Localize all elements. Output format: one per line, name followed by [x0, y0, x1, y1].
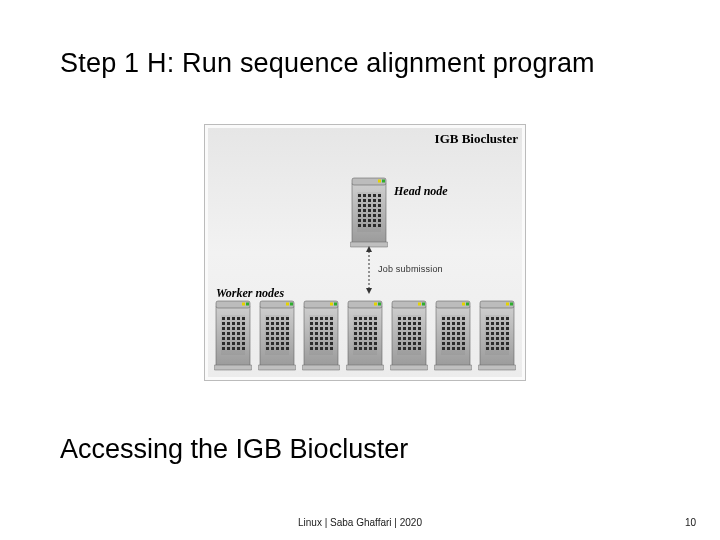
svg-rect-174 [364, 317, 367, 320]
svg-rect-152 [315, 337, 318, 340]
svg-rect-218 [398, 322, 401, 325]
svg-rect-263 [462, 322, 465, 325]
svg-rect-103 [281, 327, 284, 330]
head-node-server-icon [350, 172, 388, 248]
svg-rect-196 [374, 337, 377, 340]
svg-rect-210 [418, 303, 421, 306]
cluster-title-label: IGB Biocluster [435, 131, 518, 147]
svg-rect-120 [266, 347, 269, 350]
svg-rect-311 [491, 332, 494, 335]
svg-rect-198 [359, 342, 362, 345]
svg-marker-42 [366, 246, 372, 252]
svg-rect-233 [398, 337, 401, 340]
svg-rect-15 [358, 204, 361, 207]
svg-rect-314 [506, 332, 509, 335]
svg-rect-202 [354, 347, 357, 350]
svg-rect-14 [378, 199, 381, 202]
svg-rect-19 [378, 204, 381, 207]
svg-rect-142 [315, 327, 318, 330]
svg-rect-49 [222, 317, 225, 320]
svg-rect-214 [403, 317, 406, 320]
svg-rect-229 [403, 332, 406, 335]
head-node-label: Head node [394, 184, 448, 199]
svg-rect-224 [403, 327, 406, 330]
svg-rect-140 [330, 322, 333, 325]
svg-rect-62 [237, 327, 240, 330]
svg-rect-207 [346, 365, 384, 370]
worker-node-server-icon [258, 295, 296, 371]
svg-rect-47 [246, 303, 249, 306]
svg-rect-260 [447, 322, 450, 325]
svg-rect-119 [286, 342, 289, 345]
svg-rect-315 [486, 337, 489, 340]
svg-rect-244 [403, 347, 406, 350]
svg-rect-241 [413, 342, 416, 345]
svg-rect-300 [486, 322, 489, 325]
svg-rect-10 [358, 199, 361, 202]
job-submission-label: Job submission [378, 264, 443, 274]
svg-rect-231 [413, 332, 416, 335]
svg-rect-169 [374, 303, 377, 306]
svg-rect-206 [374, 347, 377, 350]
svg-rect-150 [330, 332, 333, 335]
svg-rect-96 [271, 322, 274, 325]
svg-rect-278 [462, 337, 465, 340]
svg-rect-240 [408, 342, 411, 345]
svg-rect-87 [286, 303, 289, 306]
svg-rect-304 [506, 322, 509, 325]
worker-node-server-icon [302, 295, 340, 371]
svg-rect-312 [496, 332, 499, 335]
svg-rect-159 [325, 342, 328, 345]
svg-rect-116 [271, 342, 274, 345]
svg-rect-170 [378, 303, 381, 306]
svg-rect-118 [281, 342, 284, 345]
worker-node-server-icon [390, 295, 428, 371]
svg-rect-56 [232, 322, 235, 325]
svg-rect-156 [310, 342, 313, 345]
worker-node-server-icon [434, 295, 472, 371]
svg-rect-273 [462, 332, 465, 335]
svg-rect-160 [330, 342, 333, 345]
svg-rect-52 [237, 317, 240, 320]
svg-rect-216 [413, 317, 416, 320]
footer-page-number: 10 [685, 517, 696, 528]
svg-rect-298 [501, 317, 504, 320]
svg-rect-134 [325, 317, 328, 320]
svg-rect-77 [237, 342, 240, 345]
svg-rect-24 [378, 209, 381, 212]
svg-rect-316 [491, 337, 494, 340]
svg-rect-26 [363, 214, 366, 217]
svg-rect-129 [334, 303, 337, 306]
svg-rect-188 [359, 332, 362, 335]
svg-rect-28 [373, 214, 376, 217]
svg-rect-141 [310, 327, 313, 330]
svg-rect-164 [325, 347, 328, 350]
svg-rect-172 [354, 317, 357, 320]
svg-rect-279 [442, 342, 445, 345]
svg-rect-227 [418, 327, 421, 330]
svg-rect-221 [413, 322, 416, 325]
svg-rect-5 [358, 194, 361, 197]
svg-rect-281 [452, 342, 455, 345]
svg-rect-296 [491, 317, 494, 320]
svg-rect-95 [266, 322, 269, 325]
svg-rect-8 [373, 194, 376, 197]
svg-rect-92 [276, 317, 279, 320]
svg-rect-287 [457, 347, 460, 350]
svg-rect-109 [286, 332, 289, 335]
svg-rect-320 [486, 342, 489, 345]
svg-rect-232 [418, 332, 421, 335]
svg-rect-71 [232, 337, 235, 340]
svg-rect-124 [286, 347, 289, 350]
svg-rect-200 [369, 342, 372, 345]
svg-rect-226 [413, 327, 416, 330]
svg-rect-27 [368, 214, 371, 217]
svg-rect-144 [325, 327, 328, 330]
svg-rect-293 [510, 303, 513, 306]
svg-rect-219 [403, 322, 406, 325]
svg-rect-2 [378, 180, 381, 183]
svg-rect-148 [320, 332, 323, 335]
svg-rect-204 [364, 347, 367, 350]
svg-rect-288 [462, 347, 465, 350]
svg-rect-271 [452, 332, 455, 335]
